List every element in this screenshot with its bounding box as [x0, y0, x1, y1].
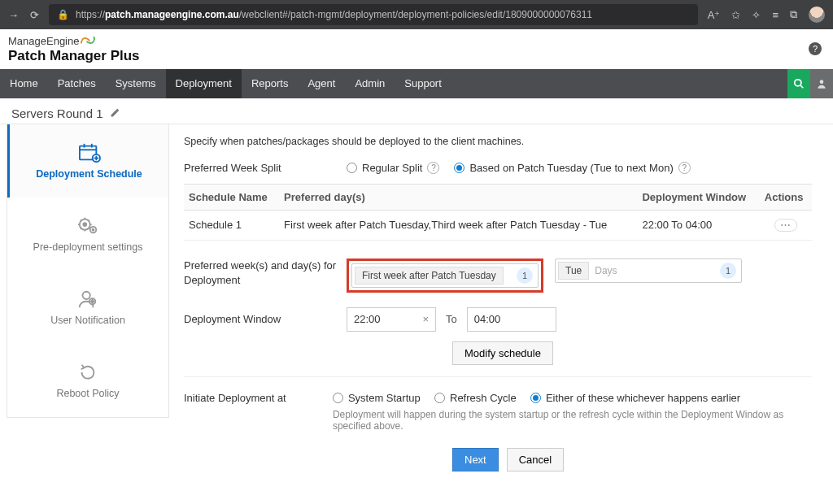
to-time-input[interactable]: 04:00 [467, 307, 556, 332]
extensions-icon[interactable]: ✧ [752, 9, 761, 21]
intro-text: Specify when patches/packages should be … [184, 136, 812, 147]
to-label: To [446, 313, 457, 325]
sidebar-user-notification[interactable]: User Notification [7, 271, 168, 344]
cell-schedule-name: Schedule 1 [184, 210, 279, 240]
radio-regular-split[interactable]: Regular Split [347, 162, 422, 174]
nav-admin[interactable]: Admin [345, 69, 395, 98]
highlight-box: First week after Patch Tuesday 1 [347, 259, 543, 293]
main-nav: Home Patches Systems Deployment Reports … [0, 69, 833, 98]
lock-icon: 🔒 [57, 9, 69, 20]
col-deployment-window: Deployment Window [637, 184, 759, 210]
pref-week-label-2: Deployment [184, 273, 347, 288]
week-split-label: Preferred Week Split [184, 162, 347, 174]
brand-line2: Patch Manager Plus [8, 49, 140, 64]
sidebar-pre-deployment[interactable]: Pre-deployment settings [7, 198, 168, 271]
reboot-icon [76, 362, 100, 383]
initiate-label: Initiate Deployment at [184, 392, 333, 404]
days-placeholder: Days [591, 265, 617, 276]
modify-schedule-button[interactable]: Modify schedule [452, 341, 553, 365]
brand-bar: ManageEngine Patch Manager Plus ? [0, 29, 833, 69]
next-button[interactable]: Next [452, 448, 499, 471]
cell-deployment-window: 22:00 To 04:00 [637, 210, 759, 240]
forward-icon[interactable]: → [8, 9, 19, 21]
collections-icon[interactable]: ⧉ [790, 8, 797, 21]
url-text: https://patch.manageengine.com.au/webcli… [76, 9, 592, 20]
table-row: Schedule 1 First week after Patch Tuesda… [184, 210, 812, 240]
search-icon [793, 78, 805, 89]
brand-line1: ManageEngine [8, 36, 79, 47]
svg-point-0 [795, 79, 801, 85]
from-time-input[interactable]: 22:00 × [347, 307, 436, 332]
col-schedule-name: Schedule Name [184, 184, 279, 210]
col-preferred-days: Preferred day(s) [279, 184, 637, 210]
nav-systems[interactable]: Systems [106, 69, 166, 98]
sidebar-item-label: User Notification [50, 315, 125, 326]
day-chip: Tue [558, 262, 589, 280]
day-count-badge: 1 [720, 263, 736, 279]
nav-home[interactable]: Home [0, 69, 48, 98]
user-icon [816, 78, 827, 89]
calendar-icon [77, 142, 102, 163]
help-patch-icon[interactable]: ? [678, 162, 691, 174]
svg-point-2 [820, 80, 824, 84]
svg-point-13 [93, 228, 94, 230]
user-notify-icon [76, 289, 100, 310]
main-panel: Specify when patches/packages should be … [169, 124, 826, 496]
favorites-icon[interactable]: ≡ [772, 9, 778, 21]
week-chip: First week after Patch Tuesday [355, 267, 504, 285]
radio-refresh-cycle[interactable]: Refresh Cycle [434, 392, 517, 404]
sidebar-item-label: Deployment Schedule [36, 168, 142, 180]
help-icon[interactable]: ? [809, 42, 822, 55]
svg-point-14 [83, 291, 90, 298]
wizard-sidebar: Deployment Schedule Pre-deployment setti… [7, 124, 169, 418]
svg-line-1 [800, 85, 804, 88]
sidebar-reboot-policy[interactable]: Reboot Policy [7, 344, 168, 417]
radio-patch-tuesday[interactable]: Based on Patch Tuesday (Tue to next Mon) [454, 162, 673, 174]
nav-agent[interactable]: Agent [298, 69, 345, 98]
pref-week-label-1: Preferred week(s) and day(s) for [184, 259, 347, 273]
help-regular-icon[interactable]: ? [427, 162, 439, 174]
preferred-weeks-select[interactable]: First week after Patch Tuesday 1 [351, 263, 539, 288]
search-button[interactable] [787, 69, 810, 98]
radio-either[interactable]: Either of these whichever happens earlie… [530, 392, 740, 404]
nav-reports[interactable]: Reports [242, 69, 299, 98]
browser-chrome: → ⟳ 🔒 https://patch.manageengine.com.au/… [0, 0, 833, 29]
week-count-badge: 1 [517, 267, 533, 284]
refresh-icon[interactable]: ⟳ [30, 9, 39, 21]
col-actions: Actions [760, 184, 812, 210]
profile-avatar[interactable] [809, 7, 825, 23]
nav-deployment[interactable]: Deployment [166, 69, 242, 98]
sidebar-item-label: Reboot Policy [56, 388, 119, 399]
settings-icon [76, 215, 100, 237]
cell-preferred-days: First week after Patch Tuesday,Third wee… [279, 210, 637, 240]
cancel-button[interactable]: Cancel [507, 448, 564, 471]
sidebar-item-label: Pre-deployment settings [33, 241, 143, 253]
user-menu[interactable] [810, 69, 833, 98]
radio-system-startup[interactable]: System Startup [333, 392, 421, 404]
reader-icon[interactable]: A⁺ [708, 9, 721, 21]
star-icon[interactable]: ✩ [731, 9, 740, 21]
brand-swirl-icon [81, 34, 95, 49]
url-bar[interactable]: 🔒 https://patch.manageengine.com.au/webc… [49, 4, 698, 25]
nav-support[interactable]: Support [395, 69, 451, 98]
page-title: Servers Round 1 [11, 106, 103, 120]
clear-from-icon[interactable]: × [422, 313, 429, 325]
deployment-window-label: Deployment Window [184, 313, 347, 325]
preferred-days-select[interactable]: Tue Days 1 [555, 259, 742, 283]
schedule-table: Schedule Name Preferred day(s) Deploymen… [184, 184, 812, 241]
initiate-hint: Deployment will happen during the system… [333, 409, 812, 432]
nav-patches[interactable]: Patches [48, 69, 106, 98]
svg-point-11 [83, 223, 86, 226]
row-actions-button[interactable]: ⋯ [774, 219, 797, 232]
edit-title-icon[interactable] [110, 106, 120, 120]
sidebar-deployment-schedule[interactable]: Deployment Schedule [7, 124, 168, 198]
